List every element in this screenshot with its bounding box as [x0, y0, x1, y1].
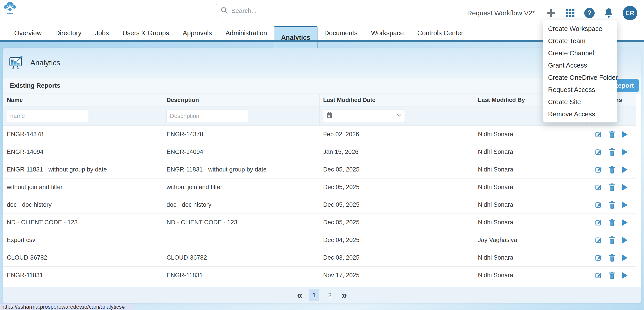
table-row[interactable]: ND - CLIENT CODE - 123 ND - CLIENT CODE …	[3, 213, 636, 231]
edit-icon[interactable]	[594, 166, 602, 174]
table-header-row: Name Description Last Modified Date Last…	[3, 94, 636, 106]
last-page-button[interactable]: »	[340, 290, 348, 300]
cell-description: ENGR-11831	[163, 267, 320, 284]
run-report-icon[interactable]	[621, 201, 628, 209]
create-actions-menu: Create Workspace Create Team Create Chan…	[543, 20, 617, 123]
cell-name: ENGR-14094	[3, 143, 163, 161]
date-filter-input[interactable]	[323, 110, 405, 122]
tab-approvals[interactable]: Approvals	[176, 26, 218, 40]
run-report-icon[interactable]	[621, 254, 628, 262]
cell-by: Nidhi Sonara	[474, 267, 586, 284]
menu-item-request-access[interactable]: Request Access	[543, 84, 617, 96]
delete-icon[interactable]	[608, 254, 616, 262]
tab-users-groups[interactable]: Users & Groups	[116, 26, 176, 40]
table-row[interactable]: Export csv Dec 04, 2025 Jay Vaghasiya	[3, 231, 636, 249]
run-report-icon[interactable]	[621, 272, 628, 279]
link-preview-bar: https://ssharma.prosperowaredev.io/cam/a…	[0, 303, 134, 310]
tab-workspace[interactable]: Workspace	[364, 26, 411, 40]
edit-icon[interactable]	[594, 271, 602, 280]
edit-icon[interactable]	[594, 201, 602, 209]
pagination: « 1 2 »	[3, 284, 641, 303]
delete-icon[interactable]	[608, 148, 616, 156]
cell-name: without join and filter	[3, 178, 163, 196]
menu-item-remove-access[interactable]: Remove Access	[543, 108, 617, 120]
cell-by: Nidhi Sonara	[474, 161, 586, 178]
first-page-button[interactable]: «	[296, 290, 304, 300]
search-input[interactable]	[231, 7, 424, 14]
col-header-last-modified-date[interactable]: Last Modified Date	[320, 94, 474, 106]
description-filter-input[interactable]	[166, 110, 248, 122]
tab-administration[interactable]: Administration	[218, 26, 274, 40]
cell-date: Dec 05, 2025	[320, 214, 474, 231]
run-report-icon[interactable]	[621, 131, 628, 138]
run-report-icon[interactable]	[621, 219, 628, 226]
delete-icon[interactable]	[608, 183, 616, 191]
menu-item-create-workspace[interactable]: Create Workspace	[543, 23, 617, 35]
cell-name: ENGR-11831	[3, 267, 163, 284]
edit-icon[interactable]	[594, 148, 602, 156]
help-icon[interactable]: ?	[584, 8, 595, 18]
run-report-icon[interactable]	[621, 183, 628, 191]
run-report-icon[interactable]	[621, 148, 628, 156]
section-title: Existing Reports	[10, 82, 60, 89]
calendar-icon	[326, 112, 332, 120]
tab-directory[interactable]: Directory	[48, 26, 88, 40]
page-button-2[interactable]: 2	[325, 289, 335, 302]
cell-description: ENGR-11831 - without group by date	[163, 161, 320, 178]
edit-icon[interactable]	[594, 254, 602, 262]
tab-overview[interactable]: Overview	[8, 26, 48, 40]
table-filter-row	[3, 106, 636, 125]
table-row[interactable]: doc - doc history doc - doc history Dec …	[3, 196, 636, 213]
global-search	[216, 3, 428, 18]
menu-item-create-site[interactable]: Create Site	[543, 96, 617, 108]
tab-controls-center[interactable]: Controls Center	[410, 26, 470, 40]
page-button-1[interactable]: 1	[309, 289, 319, 302]
delete-icon[interactable]	[608, 271, 616, 280]
cell-by: Nidhi Sonara	[474, 249, 586, 266]
page-title: Analytics	[30, 58, 60, 67]
menu-item-create-team[interactable]: Create Team	[543, 35, 617, 47]
tab-jobs[interactable]: Jobs	[88, 26, 116, 40]
table-row[interactable]: ENGR-11831 ENGR-11831 Nov 17, 2025 Nidhi…	[3, 266, 636, 284]
table-row[interactable]: ENGR-14094 ENGR-14094 Jan 15, 2026 Nidhi…	[3, 143, 636, 161]
menu-item-grant-access[interactable]: Grant Access	[543, 59, 617, 71]
run-report-icon[interactable]	[621, 166, 628, 173]
col-header-name[interactable]: Name	[3, 94, 163, 106]
cell-name: ENGR-11831 - without group by date	[3, 161, 163, 178]
menu-item-create-channel[interactable]: Create Channel	[543, 47, 617, 59]
tab-analytics[interactable]: Analytics	[274, 26, 318, 48]
table-row[interactable]: ENGR-11831 - without group by date ENGR-…	[3, 161, 636, 178]
cell-date: Dec 05, 2025	[320, 161, 474, 178]
cell-description: without join and filter	[163, 178, 320, 196]
delete-icon[interactable]	[608, 236, 616, 244]
col-header-description[interactable]: Description	[163, 94, 320, 106]
run-report-icon[interactable]	[621, 236, 628, 244]
add-icon[interactable]	[546, 8, 556, 18]
cell-date: Feb 02, 2026	[320, 126, 474, 143]
cell-description: doc - doc history	[163, 196, 320, 213]
user-avatar[interactable]: ER	[623, 6, 637, 20]
menu-item-create-onedrive-folder[interactable]: Create OneDrive Folder	[543, 71, 617, 84]
cell-name: doc - doc history	[3, 196, 163, 213]
search-icon	[220, 6, 228, 15]
edit-icon[interactable]	[594, 130, 602, 139]
cell-by: Nidhi Sonara	[474, 126, 586, 143]
edit-icon[interactable]	[594, 183, 602, 191]
edit-icon[interactable]	[594, 218, 602, 227]
apps-grid-icon[interactable]	[565, 8, 575, 18]
analytics-chart-icon	[9, 56, 24, 70]
notifications-bell-icon[interactable]	[604, 8, 614, 18]
edit-icon[interactable]	[594, 236, 602, 244]
table-row[interactable]: ENGR-14378 ENGR-14378 Feb 02, 2026 Nidhi…	[3, 125, 636, 143]
table-row[interactable]: without join and filter without join and…	[3, 178, 636, 196]
delete-icon[interactable]	[608, 218, 616, 227]
cell-by: Nidhi Sonara	[474, 178, 586, 196]
delete-icon[interactable]	[608, 166, 616, 174]
tab-documents[interactable]: Documents	[318, 26, 364, 40]
name-filter-input[interactable]	[7, 110, 88, 122]
workflow-title: Request Workflow V2*	[467, 9, 535, 17]
table-row[interactable]: CLOUD-36782 CLOUD-36782 Dec 03, 2025 Nid…	[3, 249, 636, 266]
delete-icon[interactable]	[608, 130, 616, 139]
cell-date: Dec 05, 2025	[320, 178, 474, 196]
delete-icon[interactable]	[608, 201, 616, 209]
